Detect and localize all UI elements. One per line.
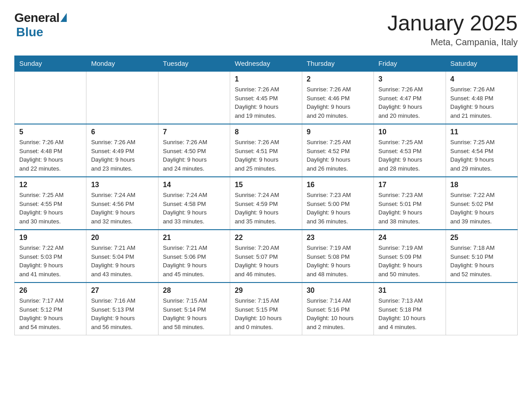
day-number: 13 xyxy=(91,181,153,189)
day-info: Sunrise: 7:25 AMSunset: 4:52 PMDaylight:… xyxy=(307,138,369,173)
day-info: Sunrise: 7:15 AMSunset: 5:14 PMDaylight:… xyxy=(163,296,225,331)
column-header-monday: Monday xyxy=(86,56,158,72)
day-info: Sunrise: 7:23 AMSunset: 5:01 PMDaylight:… xyxy=(378,191,441,226)
calendar-cell: 30Sunrise: 7:14 AMSunset: 5:16 PMDayligh… xyxy=(302,283,373,335)
calendar-cell: 31Sunrise: 7:13 AMSunset: 5:18 PMDayligh… xyxy=(374,283,446,335)
calendar-cell: 15Sunrise: 7:24 AMSunset: 4:59 PMDayligh… xyxy=(230,177,302,230)
day-number: 27 xyxy=(91,287,153,295)
day-info: Sunrise: 7:20 AMSunset: 5:07 PMDaylight:… xyxy=(235,244,297,278)
day-info: Sunrise: 7:22 AMSunset: 5:02 PMDaylight:… xyxy=(450,191,513,226)
day-number: 9 xyxy=(307,128,369,136)
day-number: 12 xyxy=(19,181,82,189)
day-info: Sunrise: 7:26 AMSunset: 4:50 PMDaylight:… xyxy=(163,138,225,173)
calendar-cell: 20Sunrise: 7:21 AMSunset: 5:04 PMDayligh… xyxy=(86,230,158,283)
column-header-friday: Friday xyxy=(374,56,446,72)
calendar-cell: 12Sunrise: 7:25 AMSunset: 4:55 PMDayligh… xyxy=(15,177,86,230)
day-number: 8 xyxy=(235,128,297,136)
calendar-week-3: 12Sunrise: 7:25 AMSunset: 4:55 PMDayligh… xyxy=(15,177,518,230)
calendar-header: SundayMondayTuesdayWednesdayThursdayFrid… xyxy=(15,56,518,72)
calendar-cell: 24Sunrise: 7:19 AMSunset: 5:09 PMDayligh… xyxy=(374,230,446,283)
calendar-cell: 23Sunrise: 7:19 AMSunset: 5:08 PMDayligh… xyxy=(302,230,373,283)
day-info: Sunrise: 7:17 AMSunset: 5:12 PMDaylight:… xyxy=(19,296,82,331)
day-number: 10 xyxy=(378,128,441,136)
day-info: Sunrise: 7:13 AMSunset: 5:18 PMDaylight:… xyxy=(378,296,441,331)
day-info: Sunrise: 7:25 AMSunset: 4:53 PMDaylight:… xyxy=(378,138,441,173)
day-info: Sunrise: 7:14 AMSunset: 5:16 PMDaylight:… xyxy=(307,296,369,331)
calendar-cell: 16Sunrise: 7:23 AMSunset: 5:00 PMDayligh… xyxy=(302,177,373,230)
column-header-saturday: Saturday xyxy=(446,56,517,72)
calendar-cell xyxy=(15,71,86,124)
day-number: 11 xyxy=(450,128,513,136)
calendar-week-4: 19Sunrise: 7:22 AMSunset: 5:03 PMDayligh… xyxy=(15,230,518,283)
logo-general-text: General xyxy=(14,11,60,25)
day-info: Sunrise: 7:25 AMSunset: 4:54 PMDaylight:… xyxy=(450,138,513,173)
day-info: Sunrise: 7:16 AMSunset: 5:13 PMDaylight:… xyxy=(91,296,153,331)
calendar-body: 1Sunrise: 7:26 AMSunset: 4:45 PMDaylight… xyxy=(15,71,518,335)
month-title: January 2025 xyxy=(387,11,518,35)
column-header-wednesday: Wednesday xyxy=(230,56,302,72)
day-info: Sunrise: 7:26 AMSunset: 4:49 PMDaylight:… xyxy=(91,138,153,173)
day-info: Sunrise: 7:22 AMSunset: 5:03 PMDaylight:… xyxy=(19,244,82,278)
day-info: Sunrise: 7:23 AMSunset: 5:00 PMDaylight:… xyxy=(307,191,369,226)
day-number: 21 xyxy=(163,234,225,242)
day-info: Sunrise: 7:21 AMSunset: 5:04 PMDaylight:… xyxy=(91,244,153,278)
day-number: 4 xyxy=(450,75,513,83)
calendar-cell: 17Sunrise: 7:23 AMSunset: 5:01 PMDayligh… xyxy=(374,177,446,230)
day-number: 24 xyxy=(378,234,441,242)
calendar-cell: 9Sunrise: 7:25 AMSunset: 4:52 PMDaylight… xyxy=(302,124,373,177)
day-number: 19 xyxy=(19,234,82,242)
day-info: Sunrise: 7:26 AMSunset: 4:47 PMDaylight:… xyxy=(378,85,441,120)
logo: General Blue xyxy=(14,11,67,39)
calendar-cell: 19Sunrise: 7:22 AMSunset: 5:03 PMDayligh… xyxy=(15,230,86,283)
calendar-cell: 28Sunrise: 7:15 AMSunset: 5:14 PMDayligh… xyxy=(158,283,230,335)
day-info: Sunrise: 7:26 AMSunset: 4:45 PMDaylight:… xyxy=(235,85,297,120)
day-number: 31 xyxy=(378,287,441,295)
day-number: 6 xyxy=(91,128,153,136)
day-number: 16 xyxy=(307,181,369,189)
day-number: 2 xyxy=(307,75,369,83)
day-number: 20 xyxy=(91,234,153,242)
day-info: Sunrise: 7:21 AMSunset: 5:06 PMDaylight:… xyxy=(163,244,225,278)
header-row: SundayMondayTuesdayWednesdayThursdayFrid… xyxy=(15,56,518,72)
day-number: 28 xyxy=(163,287,225,295)
calendar-cell xyxy=(86,71,158,124)
day-number: 15 xyxy=(235,181,297,189)
calendar-week-1: 1Sunrise: 7:26 AMSunset: 4:45 PMDaylight… xyxy=(15,71,518,124)
day-number: 17 xyxy=(378,181,441,189)
title-area: January 2025 Meta, Campania, Italy xyxy=(387,11,518,47)
day-info: Sunrise: 7:26 AMSunset: 4:46 PMDaylight:… xyxy=(307,85,369,120)
calendar-cell xyxy=(446,283,517,335)
day-info: Sunrise: 7:19 AMSunset: 5:08 PMDaylight:… xyxy=(307,244,369,278)
calendar-cell: 4Sunrise: 7:26 AMSunset: 4:48 PMDaylight… xyxy=(446,71,517,124)
calendar-cell: 27Sunrise: 7:16 AMSunset: 5:13 PMDayligh… xyxy=(86,283,158,335)
day-info: Sunrise: 7:26 AMSunset: 4:48 PMDaylight:… xyxy=(19,138,82,173)
calendar-cell xyxy=(158,71,230,124)
day-info: Sunrise: 7:26 AMSunset: 4:51 PMDaylight:… xyxy=(235,138,297,173)
day-number: 23 xyxy=(307,234,369,242)
calendar-cell: 11Sunrise: 7:25 AMSunset: 4:54 PMDayligh… xyxy=(446,124,517,177)
calendar-cell: 10Sunrise: 7:25 AMSunset: 4:53 PMDayligh… xyxy=(374,124,446,177)
header: General Blue January 2025 Meta, Campania… xyxy=(14,11,518,47)
day-number: 5 xyxy=(19,128,82,136)
day-number: 25 xyxy=(450,234,513,242)
day-number: 29 xyxy=(235,287,297,295)
calendar-cell: 7Sunrise: 7:26 AMSunset: 4:50 PMDaylight… xyxy=(158,124,230,177)
logo-blue-text: Blue xyxy=(16,25,43,39)
calendar-cell: 2Sunrise: 7:26 AMSunset: 4:46 PMDaylight… xyxy=(302,71,373,124)
column-header-sunday: Sunday xyxy=(15,56,86,72)
calendar-week-2: 5Sunrise: 7:26 AMSunset: 4:48 PMDaylight… xyxy=(15,124,518,177)
day-info: Sunrise: 7:24 AMSunset: 4:56 PMDaylight:… xyxy=(91,191,153,226)
calendar-cell: 3Sunrise: 7:26 AMSunset: 4:47 PMDaylight… xyxy=(374,71,446,124)
day-info: Sunrise: 7:15 AMSunset: 5:15 PMDaylight:… xyxy=(235,296,297,331)
column-header-thursday: Thursday xyxy=(302,56,373,72)
calendar-cell: 25Sunrise: 7:18 AMSunset: 5:10 PMDayligh… xyxy=(446,230,517,283)
calendar-cell: 26Sunrise: 7:17 AMSunset: 5:12 PMDayligh… xyxy=(15,283,86,335)
calendar-week-5: 26Sunrise: 7:17 AMSunset: 5:12 PMDayligh… xyxy=(15,283,518,335)
calendar-cell: 13Sunrise: 7:24 AMSunset: 4:56 PMDayligh… xyxy=(86,177,158,230)
day-number: 7 xyxy=(163,128,225,136)
day-info: Sunrise: 7:19 AMSunset: 5:09 PMDaylight:… xyxy=(378,244,441,278)
day-info: Sunrise: 7:24 AMSunset: 4:59 PMDaylight:… xyxy=(235,191,297,226)
day-info: Sunrise: 7:26 AMSunset: 4:48 PMDaylight:… xyxy=(450,85,513,120)
day-number: 3 xyxy=(378,75,441,83)
day-info: Sunrise: 7:24 AMSunset: 4:58 PMDaylight:… xyxy=(163,191,225,226)
